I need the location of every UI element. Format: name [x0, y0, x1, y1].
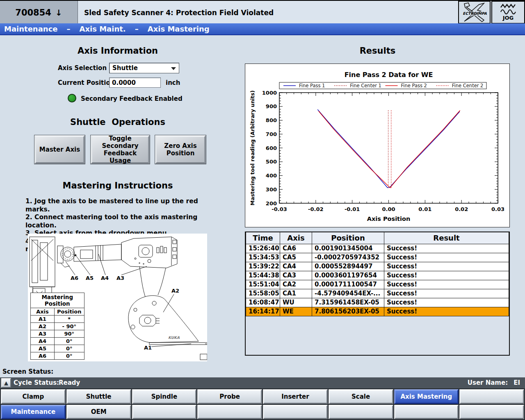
pulldown-arrow-icon: ↓	[55, 8, 62, 18]
svg-text:0.03: 0.03	[491, 206, 504, 212]
table-cell: 0.000552894497	[312, 262, 384, 271]
table-row[interactable]: 15:34:53CA5-0.0002705974352Success!	[246, 253, 509, 262]
nav-button-empty[interactable]	[459, 389, 524, 404]
current-position-input[interactable]	[109, 77, 161, 88]
nav-button-axis-mastering[interactable]: Axis Mastering	[394, 389, 459, 404]
x-axis-label: Axis Position	[367, 216, 411, 222]
mp-position: 0°	[55, 338, 84, 345]
operations-title: Shuttle Operations	[36, 117, 200, 127]
nav-button-inserter[interactable]: Inserter	[263, 389, 328, 404]
table-row[interactable]: 15:44:38CA30.0003601197654Success!	[246, 271, 509, 280]
svg-text:-0.03: -0.03	[272, 206, 287, 212]
table-cell: 15:26:40	[246, 244, 280, 253]
electroimpact-logo-text: ECTROIMPA	[460, 11, 490, 16]
table-row[interactable]: 16:08:47WU7.315961458EX-05Success!	[246, 298, 509, 307]
table-row[interactable]: 16:14:17WE7.806156203EX-05Success!	[246, 307, 509, 316]
svg-text:-0.02: -0.02	[308, 206, 323, 212]
table-cell: 0.0003601197654	[312, 271, 384, 280]
table-cell: 15:58:05	[246, 289, 280, 298]
jog-label: JOG	[503, 15, 514, 21]
machine-id: 700854	[15, 8, 51, 18]
mp-axis: A5	[31, 345, 55, 352]
nav-button-empty[interactable]	[459, 405, 524, 420]
collapse-chevron-button[interactable]: ▲	[1, 378, 11, 388]
nav-button-scale[interactable]: Scale	[329, 389, 393, 404]
screen-status-label: Screen Status:	[2, 368, 53, 375]
table-cell: Success!	[384, 298, 509, 307]
axis-selection-label: Axis Selection	[58, 64, 107, 72]
axis-label-a1: A1	[144, 345, 152, 351]
axis-label-a5: A5	[86, 275, 94, 281]
mastering-instructions-title: Mastering Instructions	[36, 181, 200, 191]
nav-button-empty[interactable]	[197, 405, 262, 420]
svg-text:0.01: 0.01	[418, 206, 431, 212]
master-axis-button[interactable]: Master Axis	[34, 135, 85, 164]
nav-button-probe[interactable]: Probe	[197, 389, 262, 404]
results-col-axis: Axis	[280, 232, 312, 244]
user-name-value: EI	[514, 379, 520, 386]
breadcrumb-item-axis-maint[interactable]: Axis Maint.	[80, 25, 126, 33]
results-table-container: TimeAxisPositionResult 15:26:40CA60.0019…	[245, 232, 510, 356]
machine-id-box[interactable]: 700854 ↓	[0, 1, 78, 24]
breadcrumb-separator: –	[67, 25, 71, 33]
nav-button-empty[interactable]	[329, 405, 393, 420]
table-cell: 0.0001711100547	[312, 280, 384, 289]
jog-button[interactable]: JOG	[491, 1, 525, 24]
table-row[interactable]: 15:26:40CA60.001901345004Success!	[246, 244, 509, 253]
series-fine-pass-2	[319, 111, 460, 188]
table-cell: CA3	[280, 271, 312, 280]
mp-col-position: Position	[55, 308, 84, 316]
svg-text:900: 900	[266, 103, 277, 109]
svg-text:600: 600	[266, 145, 277, 151]
table-cell: 16:14:17	[246, 307, 280, 316]
svg-text:1000: 1000	[262, 90, 277, 96]
svg-text:-0.01: -0.01	[345, 206, 360, 212]
legend-label: Fine Pass 1	[299, 83, 325, 89]
toggle-secondary-feedback-button[interactable]: Toggle Secondary Feedback Usage	[91, 135, 150, 164]
bottom-navigation: ClampShuttleSpindleProbeInserterScaleAxi…	[0, 388, 525, 420]
breadcrumb: Maintenance – Axis Maint. – Axis Masteri…	[0, 23, 525, 35]
nav-button-clamp[interactable]: Clamp	[1, 389, 66, 404]
nav-button-empty[interactable]	[132, 405, 197, 420]
table-cell: Success!	[384, 280, 509, 289]
table-cell: 7.315961458EX-05	[312, 298, 384, 307]
position-unit-label: inch	[166, 79, 180, 86]
current-position-label: Current Position	[58, 79, 114, 86]
mp-axis: A6	[31, 352, 55, 360]
mp-axis: A1	[31, 316, 55, 323]
nav-button-spindle[interactable]: Spindle	[132, 389, 197, 404]
secondary-feedback-label: Secondary Feedback Enabled	[81, 95, 183, 102]
breadcrumb-item-maintenance[interactable]: Maintenance	[4, 25, 58, 33]
table-cell: 15:51:04	[246, 280, 280, 289]
nav-button-empty[interactable]	[394, 405, 459, 420]
results-col-result: Result	[384, 232, 509, 244]
breadcrumb-item-axis-mastering[interactable]: Axis Mastering	[148, 25, 210, 33]
electroimpact-logo-button[interactable]: ECTROIMPA	[458, 1, 491, 24]
instruction-step: 1. Jog the axis to be mastered to line u…	[25, 198, 218, 213]
svg-text:800: 800	[266, 117, 277, 123]
axis-label-a2: A2	[171, 288, 179, 294]
table-cell: Success!	[384, 289, 509, 298]
mp-axis: A4	[31, 338, 55, 345]
table-cell: 16:08:47	[246, 298, 280, 307]
table-cell: 15:34:53	[246, 253, 280, 262]
nav-button-empty[interactable]	[263, 405, 328, 420]
table-row[interactable]: 15:39:22CA40.000552894497Success!	[246, 262, 509, 271]
table-cell: 0.001901345004	[312, 244, 384, 253]
table-cell: CA6	[280, 244, 312, 253]
axis-selection-dropdown[interactable]: Shuttle	[109, 63, 179, 73]
nav-button-shuttle[interactable]: Shuttle	[66, 389, 131, 404]
table-row[interactable]: 15:58:05CA1-4.579409454EX-...Success!	[246, 289, 509, 298]
legend-label: Fine Center 2	[452, 83, 484, 89]
svg-text:200: 200	[266, 200, 277, 207]
table-row[interactable]: 15:51:04CA20.0001711100547Success!	[246, 280, 509, 289]
table-cell: Success!	[384, 244, 509, 253]
mp-position: *	[55, 316, 84, 323]
table-cell: Success!	[384, 307, 509, 316]
zero-axis-position-button[interactable]: Zero Axis Position	[155, 135, 206, 164]
table-cell: WE	[280, 307, 312, 316]
nav-button-oem[interactable]: OEM	[66, 405, 131, 420]
table-cell: CA4	[280, 262, 312, 271]
nav-button-maintenance[interactable]: Maintenance	[1, 405, 66, 420]
mp-col-axis: Axis	[31, 308, 55, 316]
